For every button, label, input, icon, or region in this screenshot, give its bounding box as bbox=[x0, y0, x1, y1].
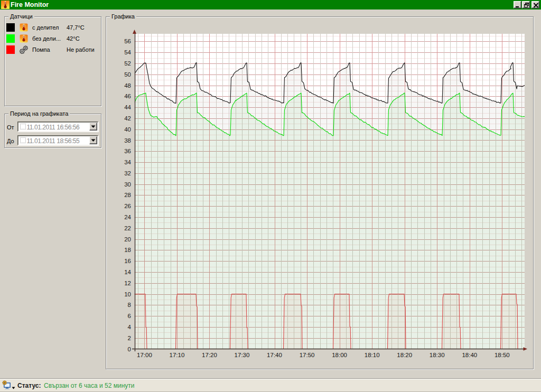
svg-text:34: 34 bbox=[124, 159, 131, 165]
svg-text:17:50: 17:50 bbox=[300, 352, 315, 358]
svg-text:56: 56 bbox=[124, 38, 131, 44]
svg-text:30: 30 bbox=[124, 181, 131, 188]
svg-text:17:20: 17:20 bbox=[202, 352, 217, 358]
svg-text:4: 4 bbox=[128, 324, 132, 330]
svg-text:17:30: 17:30 bbox=[235, 352, 250, 358]
svg-text:6: 6 bbox=[128, 313, 131, 319]
svg-text:18:20: 18:20 bbox=[397, 352, 412, 358]
svg-text:50: 50 bbox=[124, 71, 131, 78]
svg-text:44: 44 bbox=[124, 104, 131, 110]
svg-text:48: 48 bbox=[124, 82, 131, 89]
svg-text:16: 16 bbox=[124, 258, 131, 264]
svg-text:10: 10 bbox=[124, 291, 131, 297]
svg-text:28: 28 bbox=[124, 192, 131, 198]
svg-text:12: 12 bbox=[124, 280, 131, 286]
svg-text:36: 36 bbox=[124, 148, 131, 154]
svg-text:14: 14 bbox=[124, 269, 131, 275]
svg-text:26: 26 bbox=[124, 203, 131, 209]
svg-text:17:10: 17:10 bbox=[170, 352, 185, 358]
svg-text:8: 8 bbox=[128, 302, 131, 308]
svg-text:17:40: 17:40 bbox=[267, 352, 282, 358]
svg-text:24: 24 bbox=[124, 214, 131, 220]
svg-text:18:30: 18:30 bbox=[430, 352, 445, 358]
svg-text:18:00: 18:00 bbox=[332, 352, 347, 358]
svg-text:46: 46 bbox=[124, 93, 131, 99]
svg-text:18:10: 18:10 bbox=[365, 352, 380, 358]
svg-text:22: 22 bbox=[124, 225, 131, 231]
svg-text:42: 42 bbox=[124, 115, 131, 122]
svg-text:32: 32 bbox=[124, 170, 131, 176]
svg-text:52: 52 bbox=[124, 60, 131, 67]
svg-text:0: 0 bbox=[128, 346, 131, 352]
svg-text:20: 20 bbox=[124, 236, 131, 242]
svg-text:40: 40 bbox=[124, 126, 131, 133]
svg-text:38: 38 bbox=[124, 137, 131, 144]
svg-text:18:50: 18:50 bbox=[495, 352, 510, 358]
svg-text:17:00: 17:00 bbox=[137, 352, 152, 358]
svg-text:18:40: 18:40 bbox=[462, 352, 477, 358]
svg-text:54: 54 bbox=[124, 49, 131, 55]
svg-text:18: 18 bbox=[124, 247, 131, 253]
svg-text:2: 2 bbox=[128, 335, 131, 341]
